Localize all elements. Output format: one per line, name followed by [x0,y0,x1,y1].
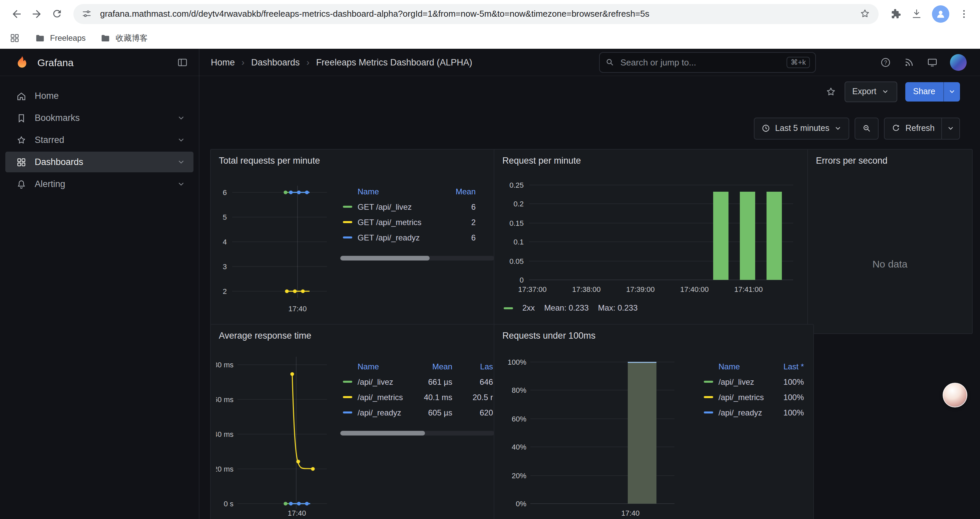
panel-title[interactable]: Errors per second [813,155,967,170]
legend-row[interactable]: GET /api/_livez 6 [340,199,494,214]
forward-button[interactable] [27,4,47,24]
request-per-minute-bar-chart[interactable]: 0.25 0.2 0.15 0.1 0.05 0 17:37:00 17:38:… [500,170,797,295]
reload-button[interactable] [47,4,67,24]
series-swatch [504,307,513,309]
svg-text:60%: 60% [512,415,527,423]
panel-title[interactable]: Request per minute [500,155,808,170]
svg-text:5: 5 [223,213,227,222]
favorite-star-icon[interactable] [825,86,836,97]
series-mean: 40.1 ms [424,393,452,402]
legend-scrollbar[interactable] [340,256,494,260]
svg-text:0.2: 0.2 [513,200,524,208]
bookmark-folder-freeleaps[interactable]: Freeleaps [35,33,86,43]
export-button[interactable]: Export [844,81,897,102]
legend-row[interactable]: /api/_readyz 100% [701,405,808,420]
response-time-line-chart[interactable]: 80 ms 60 ms 40 ms 20 ms 0 s [216,345,328,519]
refresh-interval-button[interactable] [942,117,960,139]
panel-title[interactable]: Average response time [216,330,494,345]
browser-menu-icon[interactable] [959,8,969,19]
panel-title[interactable]: Requests under 100ms [500,330,808,345]
url-input[interactable] [99,8,859,19]
chevron-down-icon [834,124,842,132]
search-input[interactable] [619,56,782,68]
legend-col-mean[interactable]: Mean [432,359,452,374]
total-requests-line-chart[interactable]: 6 5 4 3 2 17:40 [216,170,328,315]
series-last: 100% [784,393,804,402]
dashboard-toolbar: Export Share [199,79,980,104]
address-bar[interactable] [73,4,878,24]
legend-col-last[interactable]: Last * [784,359,804,374]
time-range-picker[interactable]: Last 5 minutes [754,117,850,139]
share-menu-button[interactable] [943,82,960,101]
sidebar-item-alerting[interactable]: Alerting [5,174,194,194]
sidebar-item-starred[interactable]: Starred [5,129,194,150]
sidebar-nav: Home Bookmarks Starred [0,76,199,194]
scrollbar-thumb[interactable] [340,256,430,260]
series-name[interactable]: 2xx [522,303,535,313]
folder-icon [35,33,45,43]
sidebar-collapse-button[interactable] [177,56,188,68]
user-avatar[interactable] [950,54,967,70]
legend-row[interactable]: /api/_livez 100% [701,374,808,390]
legend-header: Name Mean [340,184,494,199]
help-icon[interactable]: ? [880,56,891,68]
legend-row[interactable]: /api/_metrics 40.1 ms 20.5 r [340,390,494,405]
legend-col-last[interactable]: Las [480,359,493,374]
monitor-icon[interactable] [927,56,938,68]
svg-text:20 ms: 20 ms [216,465,234,473]
share-button[interactable]: Share [905,82,943,101]
main-area: Home › Dashboards › Freeleaps Metrics Da… [199,49,980,519]
series-mean: 6 [471,202,476,211]
zoom-out-button[interactable] [854,117,878,139]
chevron-down-icon[interactable] [177,180,185,188]
browser-profile-avatar[interactable] [932,5,949,22]
series-swatch [704,396,713,398]
apps-grid-icon[interactable] [10,33,20,43]
site-settings-icon[interactable] [81,8,92,19]
chevron-down-icon[interactable] [177,136,185,144]
sidebar-header: Grafana [0,49,199,76]
brand-name: Grafana [37,56,177,68]
panel-legend: 2xx Mean: 0.233 Max: 0.233 [500,303,808,313]
svg-text:6: 6 [223,188,227,197]
svg-text:40 ms: 40 ms [216,430,234,439]
sidebar: Grafana Home Bookmarks [0,49,199,519]
legend-row[interactable]: /api/_metrics 100% [701,390,808,405]
legend-row[interactable]: /api/_readyz 605 µs 620 [340,405,494,420]
refresh-button[interactable]: Refresh [884,117,942,139]
sidebar-item-dashboards[interactable]: Dashboards [5,152,194,172]
legend-row[interactable]: GET /api/_readyz 6 [340,230,494,245]
series-swatch [343,396,352,398]
panel-title[interactable]: Total requests per minute [216,155,494,170]
legend-col-mean[interactable]: Mean [456,184,476,199]
bookmark-folder-blog[interactable]: 收藏博客 [100,32,148,44]
downloads-icon[interactable] [911,8,923,20]
back-button[interactable] [7,4,27,24]
legend-col-name[interactable]: Name [358,187,379,196]
search-box[interactable]: ⌘+k [599,52,816,72]
extensions-icon[interactable] [889,8,901,20]
floating-avatar-bubble[interactable] [943,383,967,407]
series-mean: 6 [471,233,476,242]
bookmark-star-icon[interactable] [859,8,870,19]
sidebar-item-bookmarks[interactable]: Bookmarks [5,107,194,128]
scrollbar-thumb[interactable] [340,431,425,436]
series-swatch [704,412,713,414]
browser-chrome: Freeleaps 收藏博客 [0,0,980,49]
series-last: 20.5 r [473,393,493,402]
news-rss-icon[interactable] [903,56,915,68]
panel-legend: Name Mean Las /api/_livez 661 µs 646 [340,359,494,436]
legend-col-name[interactable]: Name [358,362,379,371]
legend-row[interactable]: GET /api/_metrics 2 [340,214,494,230]
chevron-down-icon[interactable] [177,158,185,166]
breadcrumb-home[interactable]: Home [211,57,235,67]
breadcrumb-dashboards[interactable]: Dashboards [251,57,300,67]
requests-under-100ms-bar-chart[interactable]: 100% 80% 60% 40% 20% 0% 17:40 [500,345,678,519]
grafana-logo[interactable] [15,55,29,69]
chevron-down-icon[interactable] [177,113,185,122]
legend-row[interactable]: /api/_livez 661 µs 646 [340,374,494,390]
series-swatch [343,236,352,238]
legend-scrollbar[interactable] [340,431,494,436]
sidebar-item-home[interactable]: Home [5,86,194,106]
legend-col-name[interactable]: Name [719,362,740,371]
